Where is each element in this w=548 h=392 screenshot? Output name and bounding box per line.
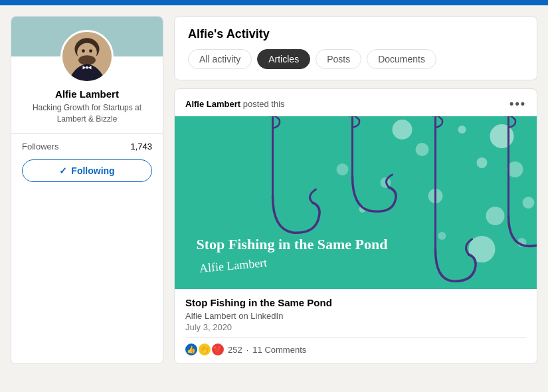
- tab-all-activity[interactable]: All activity: [188, 49, 252, 69]
- post-card: Alfie Lambert posted this •••: [174, 88, 537, 364]
- followers-label: Followers: [22, 142, 59, 151]
- svg-point-9: [477, 157, 488, 168]
- reactions-divider: [185, 338, 526, 338]
- post-article-image[interactable]: Stop Fishing in the Same Pond Alfie Lamb…: [175, 116, 537, 289]
- tab-articles[interactable]: Articles: [257, 49, 310, 69]
- svg-point-14: [523, 197, 535, 209]
- svg-point-12: [416, 143, 429, 156]
- svg-point-15: [486, 207, 505, 225]
- tab-posts[interactable]: Posts: [316, 49, 361, 69]
- tab-documents[interactable]: Documents: [367, 49, 436, 69]
- svg-point-3: [78, 55, 96, 65]
- comments-count: 11 Comments: [252, 345, 306, 355]
- sidebar-avatar-area: [11, 30, 163, 83]
- svg-point-10: [507, 161, 523, 177]
- svg-point-18: [438, 232, 446, 240]
- post-title: Stop Fishing in the Same Pond: [185, 297, 526, 308]
- reactions-separator: ·: [246, 345, 249, 355]
- post-date: July 3, 2020: [185, 322, 526, 332]
- post-reactions: 👍 👏 ❤️ 252 · 11 Comments: [185, 343, 526, 355]
- like-reaction-icon: 👍: [185, 343, 197, 355]
- followers-count: 1,743: [130, 142, 152, 151]
- avatar: [60, 30, 114, 83]
- following-button[interactable]: ✓ Following: [22, 159, 152, 182]
- post-author: Alfie Lambert posted this: [185, 99, 285, 109]
- svg-text:Stop Fishing in the Same Pond: Stop Fishing in the Same Pond: [197, 236, 388, 252]
- post-header: Alfie Lambert posted this •••: [175, 89, 537, 116]
- svg-point-22: [337, 163, 349, 175]
- article-cover-svg: Stop Fishing in the Same Pond Alfie Lamb…: [175, 116, 537, 289]
- post-subtitle: Alfie Lambert on LinkedIn: [185, 311, 526, 321]
- celebrate-reaction-icon: 👏: [199, 343, 211, 355]
- following-check-icon: ✓: [59, 165, 67, 176]
- post-action: posted this: [243, 99, 285, 109]
- main-content: Alfie's Activity All activity Articles P…: [174, 16, 537, 364]
- sidebar-name: Alfie Lambert: [11, 88, 163, 102]
- svg-point-5: [82, 49, 85, 52]
- more-options-icon[interactable]: •••: [509, 97, 526, 111]
- following-label: Following: [71, 165, 114, 176]
- avatar-image: [62, 32, 112, 81]
- activity-title: Alfie's Activity: [188, 27, 523, 41]
- love-reaction-icon: ❤️: [212, 343, 224, 355]
- sidebar-divider: [11, 133, 163, 134]
- reactions-count: 252: [228, 345, 242, 355]
- post-author-name: Alfie Lambert: [185, 99, 240, 109]
- svg-point-6: [89, 49, 92, 52]
- svg-point-4: [86, 66, 88, 69]
- page-layout: Alfie Lambert Hacking Growth for Startup…: [0, 5, 548, 375]
- sidebar-tagline: Hacking Growth for Startups at Lambert &…: [11, 102, 163, 133]
- sidebar-stats: Followers 1,743: [11, 142, 163, 159]
- tabs-row: All activity Articles Posts Documents: [188, 49, 523, 69]
- activity-header-card: Alfie's Activity All activity Articles P…: [174, 16, 537, 80]
- svg-point-13: [393, 120, 412, 140]
- sidebar: Alfie Lambert Hacking Growth for Startup…: [11, 16, 163, 364]
- post-body: Stop Fishing in the Same Pond Alfie Lamb…: [175, 289, 537, 363]
- top-bar: [0, 0, 548, 5]
- reaction-icons: 👍 👏 ❤️: [185, 343, 224, 355]
- svg-point-11: [458, 126, 466, 134]
